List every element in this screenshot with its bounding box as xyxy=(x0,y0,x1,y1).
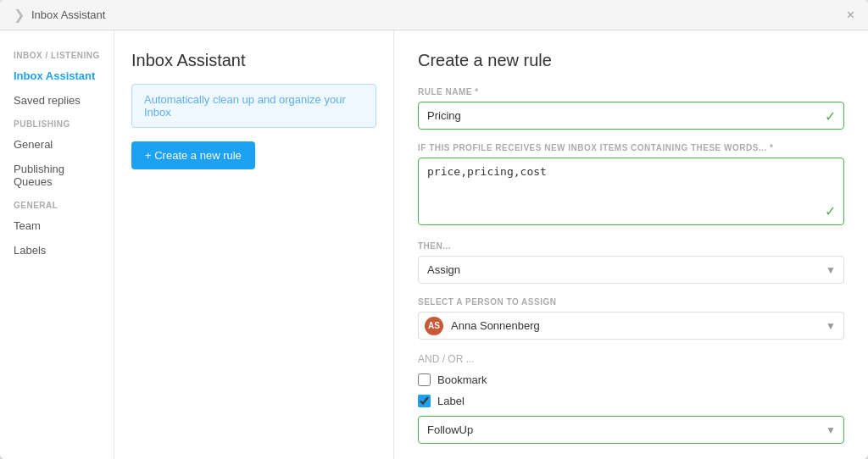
then-select-wrapper: Assign Archive Bookmark Label ▼ xyxy=(418,256,844,284)
sidebar-item-team[interactable]: Team xyxy=(0,213,114,238)
rule-name-input[interactable] xyxy=(418,102,844,130)
words-input-wrapper: price,pricing,cost ✓ xyxy=(418,158,844,228)
rule-name-check-icon: ✓ xyxy=(825,108,836,124)
avatar-initials: AS xyxy=(428,321,440,330)
header-left: ❯ Inbox Assistant xyxy=(14,7,105,23)
words-group: IF THIS PROFILE RECEIVES NEW INBOX ITEMS… xyxy=(418,143,844,228)
person-select-wrapper: AS Anna Sonnenberg ▼ xyxy=(418,312,844,340)
create-rule-button[interactable]: + Create a new rule xyxy=(131,141,255,169)
sidebar-section-publishing: PUBLISHING xyxy=(0,113,114,132)
rule-name-input-wrapper: ✓ xyxy=(418,102,844,130)
label-row: Label xyxy=(418,395,844,407)
avatar: AS xyxy=(425,317,443,335)
sidebar-section-inbox: INBOX / LISTENING xyxy=(0,44,114,64)
close-button[interactable]: × xyxy=(847,8,854,22)
modal: ❯ Inbox Assistant × INBOX / LISTENING In… xyxy=(0,0,868,459)
followup-select-wrapper: FollowUp Support Sales Billing ▼ xyxy=(418,416,844,444)
sidebar-section-general: GENERAL xyxy=(0,194,114,213)
sidebar-item-inbox-assistant[interactable]: Inbox Assistant xyxy=(0,64,114,88)
bookmark-row: Bookmark xyxy=(418,373,844,386)
person-group: SELECT A PERSON TO ASSIGN AS Anna Sonnen… xyxy=(418,297,844,340)
main-content: Inbox Assistant Automatically clean up a… xyxy=(114,30,868,459)
sidebar-item-publishing-queues[interactable]: Publishing Queues xyxy=(0,157,114,194)
label-checkbox[interactable] xyxy=(418,395,431,407)
sidebar-item-general[interactable]: General xyxy=(0,132,114,157)
then-label: THEN... xyxy=(418,241,844,251)
left-panel: Inbox Assistant Automatically clean up a… xyxy=(114,30,394,459)
label-checkbox-label: Label xyxy=(437,395,465,407)
person-select[interactable]: Anna Sonnenberg xyxy=(418,312,844,340)
words-textarea[interactable]: price,pricing,cost xyxy=(418,158,844,225)
then-group: THEN... Assign Archive Bookmark Label ▼ xyxy=(418,241,844,284)
rule-name-group: RULE NAME * ✓ xyxy=(418,87,844,130)
sidebar: INBOX / LISTENING Inbox Assistant Saved … xyxy=(0,30,114,459)
followup-select[interactable]: FollowUp Support Sales Billing xyxy=(418,416,844,444)
words-check-icon: ✓ xyxy=(825,203,836,219)
bookmark-label: Bookmark xyxy=(437,373,487,386)
description-box: Automatically clean up and organize your… xyxy=(131,84,376,128)
person-label: SELECT A PERSON TO ASSIGN xyxy=(418,297,844,307)
rule-form-title: Create a new rule xyxy=(418,51,844,70)
modal-header-title: Inbox Assistant xyxy=(31,8,105,21)
chevron-icon: ❯ xyxy=(14,7,25,23)
sidebar-item-saved-replies[interactable]: Saved replies xyxy=(0,88,114,113)
bookmark-checkbox[interactable] xyxy=(418,373,431,386)
right-panel: Create a new rule RULE NAME * ✓ IF THIS … xyxy=(394,30,868,459)
rule-name-label: RULE NAME * xyxy=(418,87,844,97)
modal-header: ❯ Inbox Assistant × xyxy=(0,0,868,30)
sidebar-item-labels[interactable]: Labels xyxy=(0,238,114,263)
left-panel-title: Inbox Assistant xyxy=(131,51,376,70)
then-select[interactable]: Assign Archive Bookmark Label xyxy=(418,256,844,284)
modal-body: INBOX / LISTENING Inbox Assistant Saved … xyxy=(0,30,868,459)
and-or-label: AND / OR ... xyxy=(418,353,844,365)
words-label: IF THIS PROFILE RECEIVES NEW INBOX ITEMS… xyxy=(418,143,844,152)
